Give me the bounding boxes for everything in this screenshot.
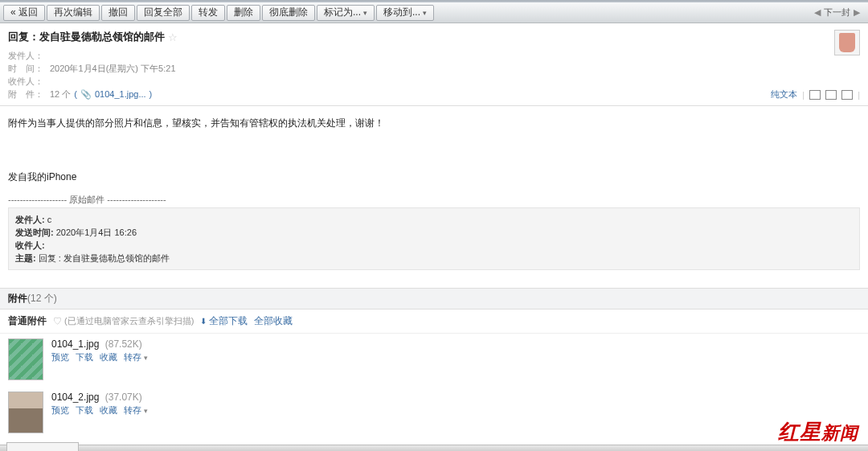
transfer-link[interactable]: 转存 — [124, 351, 148, 363]
preview-link[interactable]: 预览 — [51, 351, 69, 363]
orig-sender-label: 发件人: — [15, 213, 45, 226]
attachment-list: 0104_1.jpg (87.52K) 预览 下载 收藏 转存 0104_2.j… — [0, 334, 868, 451]
attachments-subheader: 普通附件 (已通过电脑管家云查杀引擎扫描) 全部下载 全部收藏 — [0, 310, 868, 334]
download-link[interactable]: 下载 — [76, 404, 93, 416]
attachment-item: 0104_2.jpg (37.07K) 预览 下载 收藏 转存 — [8, 392, 860, 433]
reply-all-button[interactable]: 回复全部 — [137, 5, 190, 21]
orig-subject-label: 主题: — [15, 252, 36, 264]
attachment-first-link[interactable]: 0104_1.jpg... — [95, 88, 146, 100]
mark-as-button[interactable]: 标记为... — [317, 5, 375, 21]
back-button[interactable]: « 返回 — [3, 5, 45, 21]
attachments-section: 附件(12 个) 普通附件 (已通过电脑管家云查杀引擎扫描) 全部下载 全部收藏… — [0, 288, 868, 451]
paperclip-icon: 📎 — [80, 88, 92, 100]
window-icon[interactable] — [809, 90, 821, 100]
next-arrow-icon[interactable]: ▶ — [854, 7, 860, 18]
move-to-button[interactable]: 移动到... — [376, 5, 434, 21]
favorite-link[interactable]: 收藏 — [100, 404, 117, 416]
attachments-title: 附件 — [8, 293, 27, 304]
prev-arrow-icon[interactable]: ◀ — [814, 7, 821, 18]
original-email-box: 发件人: c 发送时间: 2020年1月4日 16:26 收件人: 主题: 回复… — [8, 207, 860, 270]
export-icon[interactable] — [841, 90, 853, 100]
transfer-link[interactable]: 转存 — [124, 404, 148, 416]
preview-link[interactable]: 预览 — [51, 404, 69, 416]
orig-recipient-label: 收件人: — [15, 239, 45, 252]
original-divider: -------------------- 原始邮件 --------------… — [8, 193, 860, 207]
orig-sender-value: c — [45, 215, 52, 224]
print-icon[interactable] — [825, 90, 837, 100]
recipient-label: 收件人： — [8, 75, 47, 88]
sender-avatar[interactable] — [834, 30, 860, 55]
attachment-label: 附 件： — [8, 88, 47, 100]
bottom-tab[interactable] — [6, 442, 79, 451]
bottom-bar — [0, 445, 868, 451]
attachment-item: 0104_1.jpg (87.52K) 预览 下载 收藏 转存 — [8, 338, 860, 380]
time-value: 2020年1月4日(星期六) 下午5:21 — [50, 62, 176, 75]
plain-text-link[interactable]: 纯文本 — [771, 88, 797, 100]
star-icon[interactable]: ☆ — [168, 31, 178, 43]
attachment-count: 12 个 — [50, 88, 71, 100]
scan-text: (已通过电脑管家云查杀引擎扫描) — [53, 315, 194, 327]
perm-delete-button[interactable]: 彻底删除 — [262, 5, 315, 21]
attachment-size: (87.52K) — [105, 338, 142, 350]
recall-button[interactable]: 撤回 — [101, 5, 135, 21]
attachment-thumbnail[interactable] — [8, 338, 43, 380]
attachments-header: 附件(12 个) — [0, 288, 868, 310]
sender-label: 发件人： — [8, 49, 47, 62]
body-signature: 发自我的iPhone — [8, 170, 860, 185]
header-actions: 纯文本 | | — [771, 88, 860, 100]
orig-time-label: 发送时间: — [15, 226, 54, 239]
attachment-thumbnail[interactable] — [8, 392, 43, 433]
toolbar: « 返回再次编辑撤回回复全部转发删除彻底删除标记为...移动到... ◀ 下一封… — [0, 2, 868, 23]
attachment-name[interactable]: 0104_1.jpg — [51, 338, 99, 350]
email-subject: 回复：发自驻曼德勒总领馆的邮件 — [8, 30, 165, 44]
watermark: 红星新闻 — [778, 418, 858, 446]
orig-subject-value: 回复 : 发自驻曼德勒总领馆的邮件 — [36, 253, 170, 263]
delete-button[interactable]: 删除 — [227, 5, 260, 21]
attachment-size: (37.07K) — [105, 392, 142, 403]
next-email-link[interactable]: 下一封 — [824, 6, 850, 18]
email-body: 附件为当事人提供的部分照片和信息，望核实，并告知有管辖权的执法机关处理，谢谢！ … — [0, 106, 868, 280]
email-header: 回复：发自驻曼德勒总领馆的邮件 ☆ 发件人： 时 间： 2020年1月4日(星期… — [0, 23, 868, 106]
favorite-link[interactable]: 收藏 — [100, 351, 117, 363]
toolbar-nav: ◀ 下一封 ▶ — [814, 6, 865, 18]
attachment-name[interactable]: 0104_2.jpg — [51, 392, 99, 403]
orig-time-value: 2020年1月4日 16:26 — [54, 228, 137, 237]
attachments-count: (12 个) — [27, 293, 57, 304]
reedit-button[interactable]: 再次编辑 — [47, 5, 100, 21]
normal-attachment-label: 普通附件 — [8, 314, 47, 328]
body-main: 附件为当事人提供的部分照片和信息，望核实，并告知有管辖权的执法机关处理，谢谢！ — [8, 116, 860, 131]
download-link[interactable]: 下载 — [76, 351, 93, 363]
forward-button[interactable]: 转发 — [191, 5, 225, 21]
download-all-link[interactable]: 全部下载 — [200, 314, 248, 328]
favorite-all-link[interactable]: 全部收藏 — [254, 314, 293, 328]
time-label: 时 间： — [8, 62, 47, 75]
